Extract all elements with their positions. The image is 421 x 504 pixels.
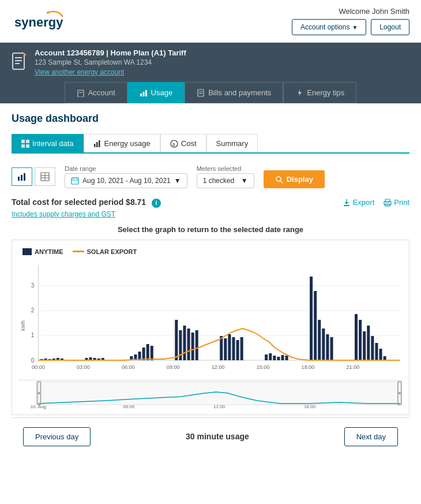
usage-icon	[140, 89, 148, 97]
legend-anytime-color	[22, 248, 32, 255]
svg-rect-23	[18, 177, 20, 181]
previous-day-button[interactable]: Previous day	[23, 427, 91, 446]
header: synergy Welcome John Smith Account optio…	[0, 0, 421, 43]
tab-energy[interactable]: Energy tips	[283, 82, 356, 103]
svg-text:21:00: 21:00	[347, 364, 360, 370]
controls-row: Date range Aug 10, 2021 - Aug 10, 2021 ▼…	[12, 165, 409, 188]
svg-rect-95	[318, 320, 321, 360]
logo-svg: synergy	[12, 8, 92, 34]
legend-anytime: ANYTIME	[22, 248, 63, 255]
account-bar: Account 123456789 | Home Plan (A1) Tarif…	[0, 43, 421, 82]
account-icon	[77, 89, 85, 97]
account-address: 123 Sample St, Sampletown WA 1234	[35, 58, 409, 66]
bar-chart-view-button[interactable]	[12, 167, 32, 186]
svg-text:12:00: 12:00	[212, 364, 225, 370]
svg-rect-20	[99, 140, 100, 147]
svg-rect-74	[151, 346, 153, 360]
account-options-button[interactable]: Account options ▼	[292, 19, 366, 35]
chart-area: 0 1 2 3 kWh 00:00 03:00 06:00 09:00 12:0…	[18, 262, 403, 378]
svg-text:03:00: 03:00	[77, 364, 90, 370]
svg-rect-90	[277, 357, 280, 360]
sub-tabs: Interval data Energy usage $ Cost Summar…	[12, 134, 409, 154]
cost-total: Total cost for selected period $8.71 i	[12, 197, 161, 208]
svg-rect-106	[384, 356, 386, 360]
subtab-energy-usage[interactable]: Energy usage	[84, 134, 160, 152]
cost-icon: $	[170, 140, 178, 148]
svg-rect-92	[285, 356, 288, 360]
svg-rect-18	[94, 144, 96, 147]
next-day-button[interactable]: Next day	[344, 427, 398, 446]
includes-charges-link[interactable]: Includes supply charges and GST	[12, 210, 409, 218]
svg-rect-104	[375, 343, 378, 360]
svg-text:kWh: kWh	[20, 320, 26, 331]
svg-rect-85	[236, 340, 239, 360]
svg-rect-11	[198, 89, 204, 96]
svg-rect-6	[78, 90, 84, 97]
date-range-label: Date range	[65, 165, 187, 172]
mini-chart-svg: 10. Aug 06:00 12:00 18:00	[18, 380, 403, 409]
subtab-cost[interactable]: $ Cost	[160, 134, 206, 152]
energy-usage-icon	[93, 140, 102, 148]
svg-rect-24	[21, 175, 22, 181]
svg-text:12:00: 12:00	[213, 404, 225, 409]
svg-rect-87	[265, 354, 268, 360]
svg-rect-9	[142, 92, 144, 96]
svg-rect-103	[371, 336, 374, 360]
svg-rect-100	[359, 320, 362, 360]
date-range-select[interactable]: Aug 10, 2021 - Aug 10, 2021 ▼	[65, 173, 187, 188]
svg-rect-8	[140, 94, 142, 96]
subtab-interval[interactable]: Interval data	[12, 134, 84, 152]
date-range-group: Date range Aug 10, 2021 - Aug 10, 2021 ▼	[65, 165, 187, 188]
svg-rect-96	[322, 328, 325, 360]
page-title: Usage dashboard	[12, 113, 409, 125]
svg-rect-84	[232, 337, 235, 360]
svg-text:06:00: 06:00	[122, 364, 135, 370]
tab-usage[interactable]: Usage	[127, 82, 185, 103]
meters-label: Meters selected	[197, 165, 254, 172]
legend-solar-color	[73, 251, 84, 252]
print-icon	[384, 199, 392, 207]
tab-bills[interactable]: Bills and payments	[185, 82, 283, 103]
svg-text:15:00: 15:00	[257, 364, 270, 370]
info-icon[interactable]: i	[152, 199, 161, 208]
usage-period-label: 30 minute usage	[186, 432, 249, 441]
display-button[interactable]: Display	[264, 170, 325, 188]
header-right: Welcome John Smith Account options ▼ Log…	[292, 7, 409, 35]
subtab-summary[interactable]: Summary	[206, 134, 258, 152]
svg-rect-99	[355, 314, 358, 360]
welcome-text: Welcome John Smith	[339, 7, 409, 16]
export-icon	[343, 199, 351, 207]
svg-point-115	[399, 392, 401, 394]
svg-rect-105	[379, 349, 382, 360]
print-button[interactable]: Print	[384, 198, 409, 207]
svg-point-0	[47, 12, 49, 14]
meters-select[interactable]: 1 checked ▼	[197, 173, 254, 188]
svg-rect-72	[142, 348, 145, 360]
table-icon	[40, 172, 50, 181]
svg-rect-86	[240, 337, 243, 360]
svg-line-35	[280, 181, 283, 183]
svg-text:18:00: 18:00	[302, 364, 315, 370]
logo: synergy	[12, 8, 92, 34]
svg-rect-102	[367, 326, 370, 360]
svg-text:0: 0	[31, 357, 35, 364]
svg-point-34	[276, 177, 281, 181]
svg-rect-15	[26, 140, 29, 143]
svg-rect-78	[187, 328, 190, 360]
svg-text:2: 2	[31, 307, 35, 313]
export-button[interactable]: Export	[343, 198, 375, 207]
svg-rect-75	[175, 320, 178, 360]
svg-rect-16	[21, 144, 25, 148]
main-content: Usage dashboard Interval data Energy usa…	[0, 103, 421, 465]
logout-button[interactable]: Logout	[371, 19, 409, 35]
svg-rect-94	[314, 291, 317, 360]
svg-rect-91	[281, 355, 284, 360]
svg-rect-88	[269, 353, 272, 360]
svg-rect-82	[224, 338, 227, 360]
svg-rect-10	[145, 90, 147, 96]
document-icon	[12, 52, 28, 73]
view-another-account-link[interactable]: View another energy account	[35, 68, 409, 76]
svg-text:3: 3	[31, 282, 35, 289]
tab-account[interactable]: Account	[65, 82, 127, 103]
table-view-button[interactable]	[35, 167, 55, 186]
